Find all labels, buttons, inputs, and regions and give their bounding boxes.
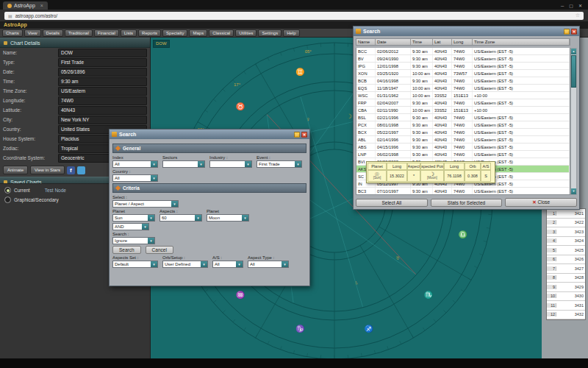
planet1-select[interactable]: Sun▾ xyxy=(112,214,155,222)
browser-tab[interactable]: AstroApp × xyxy=(3,1,48,10)
scrollbar[interactable]: ▲ ▼ xyxy=(570,48,577,195)
results-title-bar[interactable]: Search ─ ✕ xyxy=(354,26,579,36)
index-select[interactable]: All▾ xyxy=(112,160,158,168)
menu-item-charts[interactable]: Charts xyxy=(2,29,23,37)
facebook-icon[interactable]: f xyxy=(67,166,75,174)
results-minimize-icon[interactable]: ─ xyxy=(564,29,570,35)
chevron-down-icon[interactable]: ▾ xyxy=(148,238,154,244)
table-row[interactable]: BC307/10/19979:30 am40N4374W0US/Eastern … xyxy=(356,188,570,195)
scroll-down-icon[interactable]: ▼ xyxy=(571,188,576,194)
dialog-title-bar[interactable]: Search ─ ✕ xyxy=(110,130,309,139)
chevron-down-icon[interactable]: ▾ xyxy=(151,261,157,267)
menu-item-financial[interactable]: Financial xyxy=(94,29,119,37)
chevron-down-icon[interactable]: ▾ xyxy=(242,215,248,221)
menu-item-details[interactable]: Details xyxy=(43,29,63,37)
aspects-select[interactable]: 60▾ xyxy=(159,214,202,222)
menu-item-maps[interactable]: Maps xyxy=(189,29,207,37)
chevron-down-icon[interactable]: ▾ xyxy=(151,161,157,167)
col-lat[interactable]: Lat xyxy=(433,39,452,45)
menu-item-utilities[interactable]: Utilities xyxy=(235,29,257,37)
menu-item-lists[interactable]: Lists xyxy=(121,29,137,37)
close-button[interactable]: ✕Close xyxy=(505,198,577,207)
table-row[interactable]: FRP02/04/20079:30 am40N4374W0US/Eastern … xyxy=(356,99,570,107)
search-mode-select[interactable]: Ignore▾ xyxy=(112,237,155,244)
as-select[interactable]: All▾ xyxy=(212,261,243,268)
planet2-select[interactable]: Moon▾ xyxy=(207,214,249,222)
stats-for-selected-button[interactable]: Stats for Selected xyxy=(431,199,503,207)
select-mode-select[interactable]: Planet / Aspect▾ xyxy=(112,200,179,208)
orb-setup-label: Orb/Setup : xyxy=(162,255,208,260)
table-row[interactable]: BV09/24/19909:30 am40N4374W0US/Eastern (… xyxy=(356,55,570,63)
table-row[interactable]: WSC01/31/196210:00 am33S52151E13+10:00 xyxy=(356,92,570,99)
menu-item-help[interactable]: Help xyxy=(283,29,299,37)
table-row[interactable]: BCX05/22/19979:30 am40N4374W0US/Eastern … xyxy=(356,129,570,136)
sectors-select[interactable]: ▾ xyxy=(162,160,205,168)
radio-icon[interactable] xyxy=(4,197,11,203)
table-row[interactable]: LNP06/02/19989:30 am40N4374W0US/Eastern … xyxy=(356,151,570,158)
aspect-type-select[interactable]: All▾ xyxy=(248,261,289,268)
animate-button[interactable]: Animate xyxy=(3,166,28,174)
scrollbar-thumb[interactable] xyxy=(571,55,576,88)
radio-selected-icon[interactable] xyxy=(4,187,11,194)
table-row[interactable]: ABL02/14/19969:30 am40N4374W0US/Eastern … xyxy=(356,136,570,144)
cell-time: 9:30 am xyxy=(411,114,433,121)
country-select[interactable]: All▾ xyxy=(112,174,158,182)
menu-item-settings[interactable]: Settings xyxy=(258,29,282,37)
chevron-down-icon[interactable]: ▾ xyxy=(201,261,207,267)
col-name[interactable]: Name xyxy=(356,39,376,45)
menu-item-traditional[interactable]: Traditional xyxy=(65,29,93,37)
menu-item-classical[interactable]: Classical xyxy=(209,29,234,37)
table-row[interactable]: IPG12/01/19989:30 am40N4374W0US/Eastern … xyxy=(356,63,570,70)
side-number-index: 9 xyxy=(547,285,556,289)
view-in-stars-button[interactable]: View in Stars xyxy=(30,166,65,174)
cell-lat: 40N43 xyxy=(433,85,452,91)
orb-setup-select[interactable]: User Defined▾ xyxy=(162,261,208,268)
menu-item-specialty[interactable]: Specialty xyxy=(162,29,187,37)
chevron-down-icon[interactable]: ▾ xyxy=(245,161,251,167)
col-long[interactable]: Long xyxy=(452,39,473,45)
table-row[interactable]: BSL02/21/19969:30 am40N4374W0US/Eastern … xyxy=(356,114,570,121)
operator-select[interactable]: AND▾ xyxy=(112,223,149,230)
search-button[interactable]: Search xyxy=(112,246,141,254)
menu-item-view[interactable]: View xyxy=(24,29,41,37)
side-number-value: 3429 xyxy=(556,285,585,289)
chevron-down-icon[interactable]: ▾ xyxy=(236,261,243,267)
industry-select[interactable]: ▾ xyxy=(209,160,252,168)
chevron-down-icon[interactable]: ▾ xyxy=(282,261,288,267)
table-row[interactable]: PCX08/01/19989:30 am40N4374W0US/Eastern … xyxy=(356,121,570,129)
minimize-icon[interactable]: ─ xyxy=(561,4,564,8)
side-number-row: 93429 xyxy=(547,283,585,292)
col-date[interactable]: Date xyxy=(376,39,411,45)
chevron-down-icon[interactable]: ▾ xyxy=(195,215,201,221)
menu-item-reports[interactable]: Reports xyxy=(138,29,161,37)
col-timezone[interactable]: Time Zone xyxy=(473,39,570,45)
chevron-down-icon[interactable]: ▾ xyxy=(171,201,178,207)
table-row[interactable]: XON03/25/192010:00 am40N4373W57US/Easter… xyxy=(356,70,570,77)
table-row[interactable]: BCB04/16/19989:30 am40N4374W0US/Eastern … xyxy=(356,77,570,85)
chevron-down-icon[interactable]: ▾ xyxy=(198,161,204,167)
col-time[interactable]: Time xyxy=(411,39,433,45)
cancel-button[interactable]: Cancel xyxy=(146,246,173,254)
maximize-icon[interactable]: ▢ xyxy=(569,3,573,8)
chevron-down-icon[interactable]: ▾ xyxy=(151,175,157,181)
aspects-set-select[interactable]: Default▾ xyxy=(112,261,158,268)
close-icon[interactable]: ✕ xyxy=(578,3,582,8)
dialog-minimize-icon[interactable]: ─ xyxy=(294,132,300,138)
results-close-icon[interactable]: ✕ xyxy=(571,29,577,35)
field-value: DOW xyxy=(58,49,147,57)
table-row[interactable]: ABS04/15/19969:30 am40N4374W0US/Eastern … xyxy=(356,144,570,151)
chevron-down-icon[interactable]: ▾ xyxy=(142,224,148,230)
chevron-down-icon[interactable]: ▾ xyxy=(148,215,154,221)
table-row[interactable]: EQS11/18/194710:00 am40N4374W0US/Eastern… xyxy=(356,85,570,92)
table-row[interactable]: BCC02/06/20129:30 am40N4374W0US/Eastern … xyxy=(356,48,570,55)
chevron-down-icon[interactable]: ▾ xyxy=(295,161,301,167)
event-select[interactable]: First Trade▾ xyxy=(257,160,302,168)
table-row[interactable]: CBA02/11/199010:00 am33S52151E13+10:00 xyxy=(356,107,570,114)
select-all-button[interactable]: Select All xyxy=(356,199,428,207)
share-icon[interactable] xyxy=(77,166,85,174)
bookmark-star-icon[interactable]: ☆ xyxy=(576,13,580,18)
scroll-up-icon[interactable]: ▲ xyxy=(571,49,576,54)
url-bar[interactable]: ▤ astroapp.com/astro/ ☆ xyxy=(4,12,584,20)
tab-close-icon[interactable]: × xyxy=(40,3,43,8)
dialog-close-icon[interactable]: ✕ xyxy=(301,132,307,138)
